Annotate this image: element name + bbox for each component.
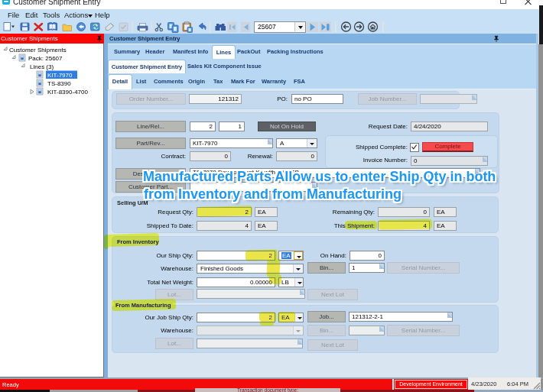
svg-text:TS-8390: TS-8390: [47, 80, 71, 87]
svg-text:Pack: 25607: Pack: 25607: [28, 55, 63, 62]
svg-text:KIT-8390-4700: KIT-8390-4700: [47, 89, 88, 96]
svg-text:Customer Shipments: Customer Shipments: [9, 47, 67, 53]
svg-text:Lines (3): Lines (3): [30, 63, 54, 70]
svg-text:KIT-7970: KIT-7970: [47, 72, 73, 79]
